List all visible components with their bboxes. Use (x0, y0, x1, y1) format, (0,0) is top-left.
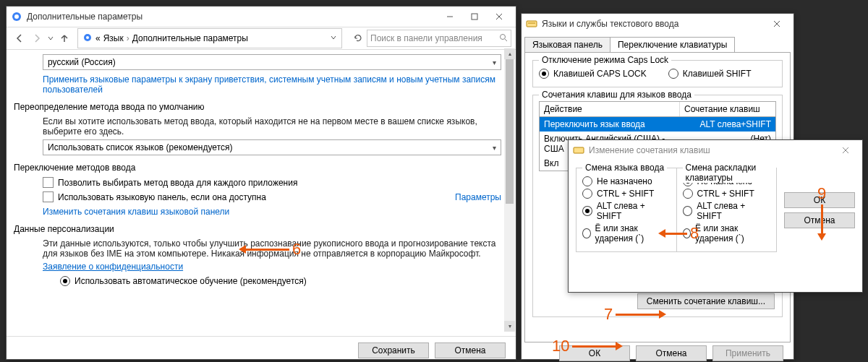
radio-altshift-2[interactable]: ALT слева + SHIFT (683, 201, 771, 221)
capslock-group: Отключение режима Caps Lock Клавишей CAP… (532, 60, 783, 87)
minimize-icon[interactable] (438, 7, 462, 27)
radio-label: Использовать автоматическое обучение (ре… (75, 276, 307, 286)
radio-capslock[interactable]: Клавишей CAPS LOCK (539, 69, 647, 79)
breadcrumb-item[interactable]: Дополнительные параметры (132, 33, 248, 43)
radio-icon (683, 206, 693, 216)
chevron-down-icon: ▾ (493, 144, 496, 152)
control-panel-icon (11, 11, 22, 22)
scroll-down-icon[interactable]: ▾ (504, 321, 515, 332)
window-title: Языки и службы текстового ввода (542, 19, 765, 29)
scroll-up-icon[interactable]: ▴ (504, 48, 515, 59)
keyboard-icon (526, 18, 537, 30)
close-icon[interactable] (765, 14, 789, 34)
svg-rect-10 (527, 21, 537, 27)
ok-button[interactable]: ОК (784, 192, 855, 208)
radio-grave[interactable]: Ё или знак ударения (`) (582, 223, 671, 244)
radio-icon (60, 276, 70, 286)
back-icon[interactable] (11, 30, 28, 47)
radio-icon (582, 206, 592, 216)
checkbox-icon (43, 191, 54, 202)
table-row[interactable]: Переключить язык ввода ALT слева+SHIFT (540, 117, 775, 132)
radio-icon (582, 176, 592, 186)
radio-icon (668, 69, 678, 79)
ok-button[interactable]: ОК (559, 345, 630, 361)
window-title: Дополнительные параметры (27, 12, 438, 22)
radio-ctrlshift[interactable]: CTRL + SHIFT (582, 189, 671, 199)
tab-keyboard-switch[interactable]: Переключение клавиатуры (610, 37, 735, 52)
radio-ctrlshift-2[interactable]: CTRL + SHIFT (683, 189, 771, 199)
dropdown-value: Использовать список языков (рекомендуетс… (48, 142, 233, 152)
svg-point-7 (86, 36, 89, 39)
radio-shift[interactable]: Клавишей SHIFT (668, 69, 752, 79)
checkbox-per-app[interactable]: Позволить выбирать метод ввода для каждо… (43, 177, 501, 188)
advanced-params-window: Дополнительные параметры « Язык (6, 6, 516, 360)
dialog-buttons: ОК Отмена (784, 168, 855, 252)
radio-auto-learn[interactable]: Использовать автоматическое обучение (ре… (60, 276, 501, 286)
radio-icon (683, 228, 692, 238)
radio-label: ALT слева + SHIFT (697, 201, 770, 221)
svg-line-9 (505, 39, 507, 41)
svg-point-1 (14, 14, 19, 19)
radio-altshift[interactable]: ALT слева + SHIFT (582, 201, 671, 221)
params-link[interactable]: Параметры (455, 192, 501, 202)
breadcrumb-item[interactable]: Язык (103, 33, 124, 43)
change-hotkeys-link[interactable]: Изменить сочетания клавиш языковой панел… (43, 207, 501, 217)
keyboard-icon (573, 145, 584, 156)
chevron-down-icon: ▾ (493, 59, 496, 66)
radio-icon (582, 228, 591, 238)
apply-button[interactable]: Применить (712, 345, 783, 361)
radio-label: CTRL + SHIFT (597, 189, 654, 199)
checkbox-label: Позволить выбирать метод ввода для каждо… (58, 178, 297, 188)
personal-help-text: Эти данные используются, только чтобы ул… (43, 238, 501, 259)
maximize-icon[interactable] (462, 7, 487, 27)
cell-action: Переключить язык ввода (540, 117, 680, 132)
scroll-thumb[interactable] (506, 59, 514, 204)
tab-language-panel[interactable]: Языковая панель (524, 37, 610, 52)
close-icon[interactable] (833, 140, 858, 160)
table-header: Действие Сочетание клавиш (540, 102, 775, 117)
close-icon[interactable] (487, 7, 511, 27)
titlebar: Изменение сочетания клавиш (569, 140, 862, 160)
input-method-dropdown[interactable]: Использовать список языков (рекомендуетс… (43, 139, 501, 155)
section-heading: Переключение методов ввода (14, 163, 501, 173)
tab-strip: Языковая панель Переключение клавиатуры (522, 34, 793, 52)
chevron-down-icon[interactable] (46, 30, 56, 47)
refresh-icon[interactable] (349, 30, 367, 47)
search-placeholder: Поиск в панели управления (370, 33, 499, 43)
radio-label: Ё или знак ударения (`) (695, 223, 770, 244)
radio-label: Не назначено (597, 176, 652, 186)
dialog-body: Смена языка ввода Не назначено CTRL + SH… (569, 160, 862, 259)
change-hotkeys-window: Изменение сочетания клавиш Смена языка в… (568, 139, 863, 293)
content-area: русский (Россия) ▾ Применить языковые па… (7, 50, 516, 336)
vertical-scrollbar[interactable]: ▴ ▾ (504, 48, 515, 332)
svg-point-8 (501, 34, 506, 39)
checkbox-lang-bar[interactable]: Использовать языковую панель, если она д… (43, 191, 501, 202)
checkbox-icon (43, 177, 54, 188)
forward-icon[interactable] (28, 30, 46, 47)
cancel-button[interactable]: Отмена (784, 212, 855, 228)
group-label: Отключение режима Caps Lock (539, 55, 671, 65)
section-heading: Данные персонализации (14, 224, 501, 234)
apply-welcome-link[interactable]: Применить языковые параметры к экрану пр… (43, 74, 501, 95)
radio-none[interactable]: Не назначено (582, 176, 671, 186)
breadcrumb[interactable]: « Язык › Дополнительные параметры (77, 28, 342, 48)
cancel-button[interactable]: Отмена (435, 342, 506, 358)
radio-label: Ё или знак ударения (`) (595, 223, 671, 244)
language-dropdown[interactable]: русский (Россия) ▾ (43, 54, 501, 70)
col-combo: Сочетание клавиш (680, 102, 775, 116)
up-icon[interactable] (56, 30, 73, 47)
titlebar: Языки и службы текстового ввода (522, 14, 793, 34)
address-bar: « Язык › Дополнительные параметры Поиск … (7, 27, 516, 50)
radio-grave-2[interactable]: Ё или знак ударения (`) (683, 223, 771, 244)
chevron-down-icon[interactable] (330, 33, 337, 43)
radio-icon (582, 189, 592, 199)
group-label: Сочетания клавиш для языков ввода (539, 90, 694, 100)
cancel-button[interactable]: Отмена (636, 345, 707, 361)
radio-label: Клавишей CAPS LOCK (553, 69, 647, 79)
save-button[interactable]: Сохранить (358, 342, 429, 358)
search-input[interactable]: Поиск в панели управления (367, 30, 511, 47)
privacy-link[interactable]: Заявление о конфиденциальности (43, 262, 501, 272)
change-combo-button[interactable]: Сменить сочетание клавиш... (637, 293, 775, 309)
checkbox-label: Использовать языковую панель, если она д… (58, 192, 266, 202)
radio-label: CTRL + SHIFT (697, 189, 754, 199)
